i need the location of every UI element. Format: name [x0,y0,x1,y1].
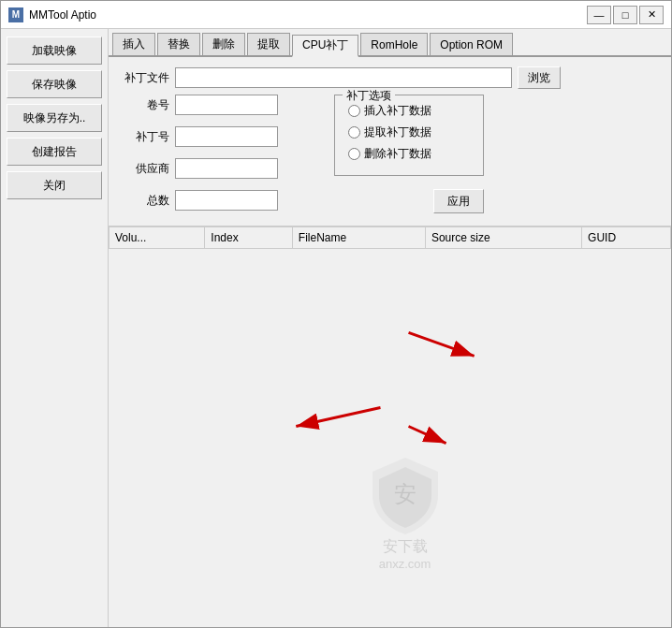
delete-patch-label: 删除补丁数据 [364,146,431,162]
watermark: 安 安下载 anxz.com [368,453,443,571]
col-volume: Volu... [110,227,205,249]
vendor-input[interactable] [175,158,278,179]
tab-extract[interactable]: 提取 [247,33,290,55]
extract-patch-label: 提取补丁数据 [364,124,431,140]
sidebar: 加载映像 保存映像 映像另存为.. 创建报告 关闭 [1,29,109,627]
svg-line-3 [409,332,475,356]
svg-text:安: 安 [394,481,416,506]
watermark-subtext: anxz.com [379,557,431,571]
insert-patch-radio-row: 插入补丁数据 [348,103,470,119]
save-image-button[interactable]: 保存映像 [7,70,102,98]
extract-patch-radio[interactable] [348,126,360,139]
create-report-button[interactable]: 创建报告 [7,138,102,166]
browse-button[interactable]: 浏览 [518,66,561,89]
form-fields: 卷号 补丁号 供应商 总数 [118,95,278,216]
save-image-as-button[interactable]: 映像另存为.. [7,104,102,132]
window-controls: — □ ✕ [587,6,664,24]
svg-line-4 [296,407,380,426]
tab-delete[interactable]: 删除 [202,33,245,55]
data-table: Volu... Index FileName Source size GUID [109,226,671,249]
tab-option-rom[interactable]: Option ROM [430,33,513,55]
delete-patch-radio-row: 删除补丁数据 [348,146,470,162]
delete-patch-radio[interactable] [348,148,360,160]
main-window: M MMTool Aptio — □ ✕ 加载映像 保存映像 映像另存为.. 创… [0,0,672,628]
tab-insert[interactable]: 插入 [112,33,155,55]
tab-replace[interactable]: 替换 [157,33,200,55]
insert-patch-label: 插入补丁数据 [364,103,431,119]
cpu-patch-tab-content: 补丁文件 浏览 卷号 补丁号 [109,57,671,226]
patch-file-input[interactable] [175,67,512,88]
patch-file-label: 补丁文件 [118,70,169,86]
right-panel: 插入 替换 删除 提取 CPU补丁 RomHole Option ROM 补丁文… [109,29,671,627]
table-area[interactable]: Volu... Index FileName Source size GUID [109,226,671,249]
vendor-row: 供应商 [118,158,278,179]
volume-input[interactable] [175,95,278,115]
main-content: 加载映像 保存映像 映像另存为.. 创建报告 关闭 插入 替换 删除 提取 CP… [1,29,671,627]
volume-label: 卷号 [118,97,169,113]
col-filename: FileName [292,227,425,249]
patch-num-label: 补丁号 [118,129,169,145]
patch-num-row: 补丁号 [118,126,278,147]
total-label: 总数 [118,193,169,209]
load-image-button[interactable]: 加载映像 [7,37,102,65]
col-index: Index [205,227,293,249]
table-header-row: Volu... Index FileName Source size GUID [110,227,671,249]
tabs-bar: 插入 替换 删除 提取 CPU补丁 RomHole Option ROM [109,29,671,57]
watermark-text: 安下载 [383,537,428,557]
extract-patch-radio-row: 提取补丁数据 [348,124,470,140]
tab-cpu-patch[interactable]: CPU补丁 [292,35,358,57]
patch-num-input[interactable] [175,126,278,147]
vendor-label: 供应商 [118,161,169,177]
patch-options-group: 补丁选项 插入补丁数据 提取补丁数据 删除补丁数据 [334,95,484,176]
apply-button[interactable]: 应用 [433,189,484,213]
total-input[interactable] [175,190,278,211]
watermark-shield-icon: 安 [368,453,443,537]
title-bar: M MMTool Aptio — □ ✕ [1,1,671,29]
form-area: 卷号 补丁号 供应商 总数 [118,95,662,216]
patch-file-row: 补丁文件 浏览 [118,66,662,89]
minimize-button[interactable]: — [587,6,611,24]
maximize-button[interactable]: □ [613,6,637,24]
window-title: MMTool Aptio [29,8,587,22]
tab-romhole[interactable]: RomHole [360,33,428,55]
table-wrapper: Volu... Index FileName Source size GUID [109,226,671,627]
total-row: 总数 [118,190,278,211]
col-guid: GUID [582,227,671,249]
volume-row: 卷号 [118,95,278,115]
patch-options-legend: 补丁选项 [343,88,395,104]
insert-patch-radio[interactable] [348,105,360,117]
svg-line-5 [409,427,446,444]
col-source-size: Source size [425,227,581,249]
app-icon: M [8,7,23,22]
close-window-button[interactable]: ✕ [639,6,664,24]
annotation-arrows [109,226,671,627]
close-button[interactable]: 关闭 [7,171,102,199]
